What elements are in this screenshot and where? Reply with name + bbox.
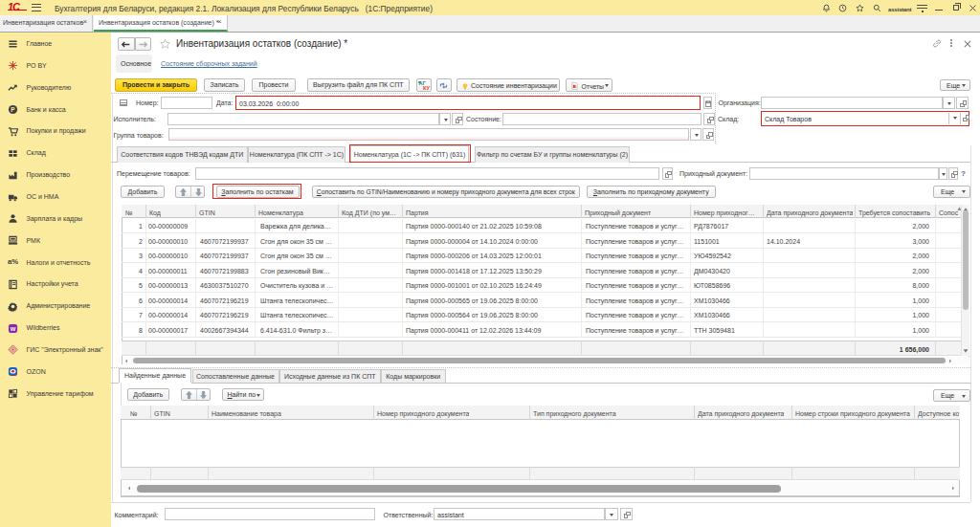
svg-text:W: W xyxy=(11,325,16,331)
svg-text:а%: а% xyxy=(8,257,18,266)
svg-text:Р: Р xyxy=(11,106,15,113)
